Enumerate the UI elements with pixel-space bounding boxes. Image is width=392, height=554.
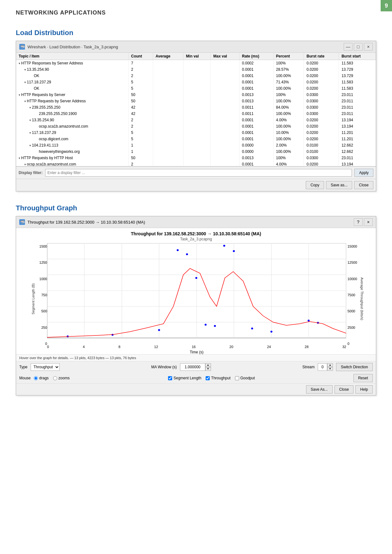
collapse-arrow[interactable]: ▾	[24, 81, 26, 84]
ma-spinner-up[interactable]: ▲	[205, 363, 211, 367]
copy-button[interactable]: Copy	[306, 181, 324, 189]
collapse-arrow[interactable]: ▾	[29, 106, 31, 109]
reset-button[interactable]: Reset	[353, 374, 373, 382]
svg-point-27	[223, 245, 225, 247]
collapse-arrow[interactable]: ▾	[19, 93, 20, 97]
drags-radio-label[interactable]: drags	[34, 376, 49, 380]
table-row: ▾104.219.41.113 1 0.0000 2.00% 0.0100 12…	[16, 142, 376, 148]
window-controls[interactable]: — □ ×	[344, 43, 373, 51]
cell-topic: ocsp.sca1b.amazontrust.com	[16, 123, 129, 129]
goodput-checkbox[interactable]	[235, 376, 239, 380]
stream-spinner[interactable]: ▲ ▼	[318, 363, 333, 371]
collapse-arrow[interactable]: ▾	[29, 131, 31, 135]
switch-direction-button[interactable]: Switch Direction	[336, 363, 373, 371]
drags-radio[interactable]	[34, 376, 38, 380]
cell-average	[153, 117, 183, 123]
col-count: Count	[129, 53, 153, 60]
cell-maxval	[211, 136, 239, 142]
cell-burststart: 11.583	[339, 79, 376, 85]
cell-maxval	[211, 148, 239, 155]
stream-input[interactable]	[318, 363, 327, 371]
y-right-axis-label: Average Throughput (bits/s)	[360, 277, 364, 320]
collapse-arrow[interactable]: ▾	[29, 144, 31, 147]
cell-rate: 0.0013	[239, 98, 274, 104]
collapse-arrow[interactable]: ▾	[19, 156, 20, 160]
collapse-arrow[interactable]: ▾	[24, 68, 26, 71]
cell-burstrate: 0.0100	[304, 148, 339, 155]
tg-graph-subtitle: Task_2a_3.pcapng	[16, 237, 376, 241]
cell-rate: 0.0001	[239, 117, 274, 123]
load-distribution-title: Load Distribution	[16, 26, 376, 37]
throughput-checkbox[interactable]	[206, 376, 210, 380]
tg-close-button[interactable]: Close	[335, 385, 354, 394]
tg-help-button[interactable]: ?	[354, 218, 363, 226]
tg-window-controls[interactable]: ? ×	[354, 218, 373, 226]
zooms-radio[interactable]	[53, 376, 57, 380]
zooms-radio-label[interactable]: zooms	[53, 376, 69, 380]
cell-topic: ▾104.219.41.113	[16, 142, 129, 148]
throughput-graph-window: 🦈 Throughput for 139.162.58.252:3000 → 1…	[16, 216, 376, 395]
ma-spinner-down[interactable]: ▼	[205, 367, 211, 371]
cell-burstrate: 0.0300	[304, 98, 339, 104]
load-distribution-table: Topic / Item Count Average Min val Max v…	[16, 53, 376, 166]
hover-info: Hover over the graph for details. — 13 p…	[16, 354, 376, 361]
display-filter-input[interactable]	[45, 169, 352, 177]
throughput-titlebar: 🦈 Throughput for 139.162.58.252:3000 → 1…	[16, 216, 376, 228]
cell-maxval	[211, 60, 239, 67]
cell-burststart: 13.729	[339, 73, 376, 79]
goodput-checkbox-label[interactable]: Goodput	[235, 376, 255, 380]
cell-maxval	[211, 155, 239, 161]
ma-window-spinner[interactable]: ▲ ▼	[180, 363, 211, 371]
cell-maxval	[211, 117, 239, 123]
cell-rate: 0.0001	[239, 129, 274, 136]
collapse-arrow[interactable]: ▾	[24, 99, 26, 103]
cell-count: 7	[129, 60, 153, 67]
collapse-arrow[interactable]: ▾	[24, 163, 26, 166]
cell-topic: 239.255.255.250:1900	[16, 111, 129, 117]
apply-button[interactable]: Apply	[354, 169, 373, 177]
stream-spinner-down[interactable]: ▼	[327, 367, 333, 371]
cell-minval	[183, 117, 211, 123]
y-tick-500: 500	[35, 309, 47, 313]
maximize-button[interactable]: □	[354, 43, 363, 51]
cell-rate: 0.0001	[239, 66, 274, 73]
stream-spinner-buttons[interactable]: ▲ ▼	[327, 363, 333, 371]
cell-count: 50	[129, 92, 153, 98]
cell-rate: 0.0001	[239, 85, 274, 92]
cell-topic: ▾117.18.237.29	[16, 129, 129, 136]
mouse-label: Mouse	[19, 376, 31, 380]
display-filter-row: Display filter: Apply	[16, 166, 376, 179]
cell-rate: 0.0011	[239, 104, 274, 111]
ma-spinner-buttons[interactable]: ▲ ▼	[205, 363, 211, 371]
close-button[interactable]: ×	[364, 43, 373, 51]
collapse-arrow[interactable]: ▾	[19, 62, 20, 65]
tg-save-as-button[interactable]: Save As...	[306, 385, 333, 394]
table-row: 239.255.255.250:1900 42 0.0011 100.00% 0…	[16, 111, 376, 117]
cell-minval	[183, 155, 211, 161]
cell-rate: 0.0011	[239, 111, 274, 117]
minimize-button[interactable]: —	[344, 43, 353, 51]
throughput-checkbox-label[interactable]: Throughput	[206, 376, 230, 380]
segment-length-checkbox[interactable]	[168, 376, 172, 380]
cell-count: 42	[129, 104, 153, 111]
save-as-button[interactable]: Save as...	[326, 181, 352, 189]
stream-spinner-up[interactable]: ▲	[327, 363, 333, 367]
cell-burststart: 23.011	[339, 92, 376, 98]
cell-average	[153, 73, 183, 79]
col-maxval: Max val	[211, 53, 239, 60]
cell-count: 50	[129, 98, 153, 104]
table-row: ▾HTTP Responses by Server Address 7 0.00…	[16, 60, 376, 67]
tg-close-button[interactable]: ×	[364, 218, 373, 226]
type-select[interactable]: Throughput	[31, 363, 60, 371]
cell-average	[153, 123, 183, 129]
cell-average	[153, 79, 183, 85]
svg-point-28	[233, 250, 235, 252]
tg-help-btn[interactable]: Help	[355, 385, 373, 394]
collapse-arrow[interactable]: ▾	[29, 118, 31, 122]
cell-percent: 71.43%	[273, 79, 304, 85]
ma-window-input[interactable]	[180, 363, 205, 371]
table-container[interactable]: Topic / Item Count Average Min val Max v…	[16, 53, 376, 166]
close-button-ld[interactable]: Close	[354, 181, 373, 189]
segment-length-checkbox-label[interactable]: Segment Length	[168, 376, 201, 380]
cell-percent: 100%	[273, 92, 304, 98]
